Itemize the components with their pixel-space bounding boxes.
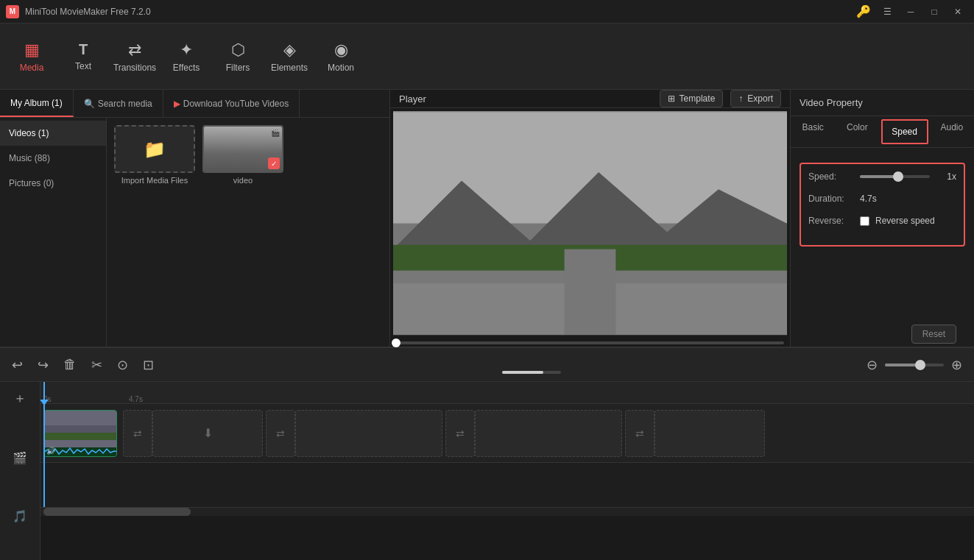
prop-tab-speed[interactable]: Speed (881, 119, 928, 144)
video-clip[interactable]: 🔊 (43, 410, 117, 457)
delete-button[interactable]: 🗑 (59, 354, 81, 375)
maximize-button[interactable]: □ (924, 4, 945, 20)
import-label: Import Media Files (114, 176, 195, 185)
toolbar-media[interactable]: ▦ Media (6, 27, 57, 86)
text-icon: T (79, 41, 88, 58)
right-panel: Video Property Basic Color Speed Audio S… (790, 90, 974, 347)
export-button[interactable]: ↑ Export (730, 90, 781, 107)
toolbar-filters[interactable]: ⬡ Filters (212, 27, 264, 86)
crop-button[interactable]: ⊡ (138, 354, 158, 376)
effects-icon: ✦ (180, 40, 193, 60)
transition-slot-2[interactable]: ⇄ (266, 410, 295, 457)
transition-slot-3[interactable]: ⇄ (445, 410, 475, 457)
tab-search-media[interactable]: 🔍 Search media (74, 90, 163, 117)
prop-tab-color[interactable]: Color (835, 116, 879, 147)
video-label: video (202, 176, 283, 185)
zoom-in-button[interactable]: ⊕ (947, 355, 967, 375)
empty-clip-slot-4[interactable] (654, 410, 765, 457)
reverse-speed-text: Reverse speed (875, 216, 935, 226)
zoom-slider[interactable] (885, 364, 944, 366)
volume-fill (502, 371, 543, 374)
close-button[interactable]: ✕ (947, 4, 968, 20)
main-area: My Album (1) 🔍 Search media ▶ Download Y… (0, 90, 974, 347)
toolbar-elements[interactable]: ◈ Elements (264, 27, 315, 86)
progress-bar[interactable] (396, 341, 784, 344)
video-track-icon[interactable]: 🎬 (13, 451, 27, 465)
audio-track (40, 463, 974, 507)
prop-tab-audio[interactable]: Audio (930, 116, 974, 147)
motion-icon: ◉ (334, 40, 348, 60)
progress-bar-container[interactable] (390, 339, 790, 347)
menu-button[interactable]: ☰ (877, 4, 897, 20)
clip-volume-icon: 🔊 (46, 447, 55, 455)
sidebar-item-videos[interactable]: Videos (1) (0, 121, 106, 146)
tab-my-album[interactable]: My Album (1) (0, 90, 74, 117)
import-media-item[interactable]: 📁 Import Media Files (114, 125, 195, 185)
audio-track-icon[interactable]: 🎵 (13, 509, 27, 523)
empty-clip-slot-2[interactable] (295, 410, 442, 457)
empty-clip-slot-3[interactable] (475, 410, 622, 457)
reverse-checkbox[interactable] (860, 216, 869, 226)
scroll-thumb[interactable] (43, 508, 191, 516)
media-label: Media (20, 63, 44, 73)
toolbar-transitions[interactable]: ⇄ Transitions (109, 27, 160, 86)
template-label: Template (680, 93, 716, 104)
export-label: Export (747, 93, 773, 104)
text-label: Text (75, 61, 91, 71)
transition-slot-1[interactable]: ⇄ (123, 410, 152, 457)
transition-arrow-1: ⇄ (133, 428, 142, 439)
empty-clip-slot-1[interactable]: ⬇ (152, 410, 263, 457)
minimize-button[interactable]: ─ (900, 4, 921, 20)
window-controls: ☰ ─ □ ✕ (877, 4, 968, 20)
redo-button[interactable]: ↪ (33, 354, 53, 376)
reset-button[interactable]: Reset (911, 325, 956, 344)
media-icon: ▦ (24, 40, 40, 60)
cut-button[interactable]: ✂ (87, 354, 107, 376)
app-icon: M (6, 5, 19, 18)
my-album-label: My Album (1) (10, 98, 63, 108)
reverse-label: Reverse: (808, 216, 860, 226)
download-icon-1: ⬇ (203, 426, 213, 440)
speed-value: 1x (930, 171, 956, 182)
youtube-icon: ▶ (174, 99, 180, 109)
toolbar-effects[interactable]: ✦ Effects (160, 27, 212, 86)
filters-label: Filters (226, 63, 250, 73)
video-container (393, 111, 787, 336)
timeline-content: ＋ 🎬 🎵 0s 4.7s (0, 382, 974, 560)
zoom-handle[interactable] (915, 360, 925, 370)
sidebar: Videos (1) Music (88) Pictures (0) (0, 118, 107, 347)
timeline-scrollbar[interactable] (40, 507, 974, 516)
timeline-ruler: 0s 4.7s (40, 382, 974, 404)
duration-value: 4.7s (860, 194, 877, 204)
zoom-out-button[interactable]: ⊖ (862, 355, 882, 375)
download-youtube-label: Download YouTube Videos (183, 99, 289, 109)
toolbar-text[interactable]: T Text (57, 27, 109, 86)
left-tabs: My Album (1) 🔍 Search media ▶ Download Y… (0, 90, 389, 118)
elements-icon: ◈ (283, 40, 296, 60)
transition-slot-4[interactable]: ⇄ (625, 410, 654, 457)
toolbar-motion[interactable]: ◉ Motion (315, 27, 367, 86)
template-button[interactable]: ⊞ Template (660, 90, 724, 107)
audio-detach-button[interactable]: ⊙ (113, 354, 133, 376)
speed-label: Speed: (808, 171, 860, 182)
sidebar-item-pictures[interactable]: Pictures (0) (0, 171, 106, 196)
speed-section: Speed: 1x Duration: 4.7s Rev (800, 163, 965, 247)
speed-row: Speed: 1x (808, 171, 956, 182)
volume-slider[interactable] (502, 371, 561, 374)
prop-tab-basic[interactable]: Basic (791, 116, 835, 147)
speed-slider[interactable] (860, 175, 930, 178)
video-media-item[interactable]: 🎬 ✓ video (202, 125, 283, 185)
video-track: 🔊 ⇄ ⬇ ⇄ ⇄ (40, 404, 974, 463)
videos-label: Videos (1) (9, 128, 49, 138)
sidebar-item-music[interactable]: Music (88) (0, 146, 106, 171)
progress-handle[interactable] (392, 339, 400, 347)
search-media-icon: 🔍 (84, 99, 95, 109)
main-toolbar: ▦ Media T Text ⇄ Transitions ✦ Effects ⬡… (0, 24, 974, 90)
duration-label: Duration: (808, 194, 860, 204)
speed-slider-handle[interactable] (893, 171, 903, 182)
add-track-icon[interactable]: ＋ (13, 389, 27, 407)
undo-button[interactable]: ↩ (7, 354, 27, 376)
zoom-controls: ⊖ ⊕ (862, 355, 967, 375)
timeline-main[interactable]: 0s 4.7s (40, 382, 974, 560)
tab-download-youtube[interactable]: ▶ Download YouTube Videos (163, 90, 300, 117)
